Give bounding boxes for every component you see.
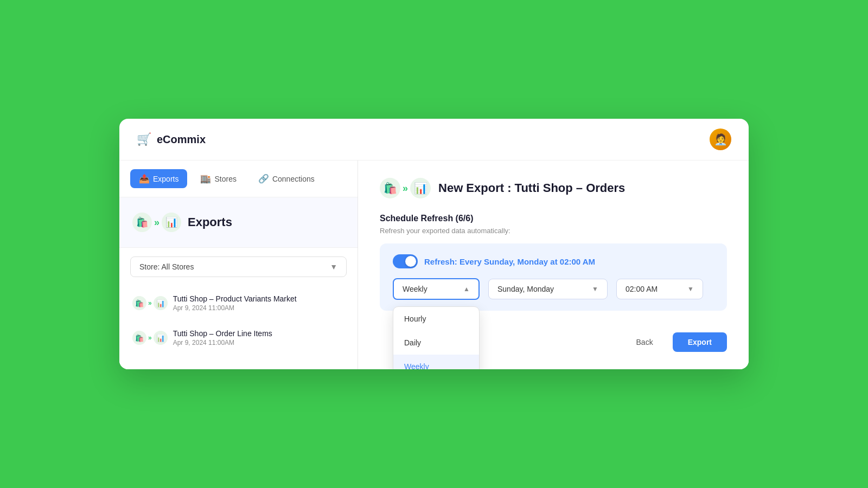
- item-icons: 🛍️ » 📊: [132, 296, 168, 310]
- dropdown-option-daily[interactable]: Daily: [393, 331, 479, 355]
- export-button[interactable]: Export: [673, 332, 727, 352]
- content-title-icons: 🛍️ » 📊: [380, 178, 431, 198]
- app-name: eCommix: [157, 133, 206, 146]
- item-icons: 🛍️ » 📊: [132, 331, 168, 345]
- back-button[interactable]: Back: [623, 332, 666, 352]
- item-arrow-icon: »: [148, 334, 152, 342]
- time-chevron-icon: ▼: [687, 285, 694, 293]
- dropdowns-row: Weekly ▲ Sunday, Monday ▼ 02:00 AM ▼ Hou…: [393, 278, 714, 300]
- item-name: Tutti Shop – Order Line Items: [173, 329, 325, 338]
- stores-tab-label: Stores: [214, 175, 236, 183]
- refresh-toggle[interactable]: [393, 254, 418, 268]
- content-arrow-icon: »: [403, 183, 408, 194]
- item-date: Apr 9, 2024 11:00AM: [173, 304, 344, 312]
- sidebar: 📤 Exports 🏬 Stores 🔗 Connections 🛍️ » 📊: [119, 160, 358, 369]
- dropdown-option-weekly[interactable]: Weekly: [393, 355, 479, 369]
- exports-tab-label: Exports: [153, 175, 178, 183]
- dropdown-option-hourly[interactable]: Hourly: [393, 307, 479, 331]
- list-item[interactable]: 🛍️ » 📊 Tutti Shop – Product Variants Mar…: [126, 286, 351, 320]
- banner-icons: 🛍️ » 📊: [132, 213, 181, 232]
- header: 🛒 eCommix 🧑‍💼: [119, 119, 749, 160]
- days-chevron-icon: ▼: [592, 285, 598, 293]
- page-title: New Export : Tutti Shop – Orders: [438, 181, 625, 195]
- content-area: 🛍️ » 📊 New Export : Tutti Shop – Orders …: [358, 160, 749, 369]
- days-value: Sunday, Monday: [497, 285, 554, 293]
- connections-tab-label: Connections: [272, 175, 315, 183]
- banner-shopify-icon: 🛍️: [132, 213, 152, 232]
- tab-connections[interactable]: 🔗 Connections: [250, 169, 323, 188]
- avatar[interactable]: 🧑‍💼: [710, 129, 731, 150]
- exports-banner-title: Exports: [188, 215, 232, 229]
- content-shopify-icon: 🛍️: [380, 178, 400, 198]
- banner-sheets-icon: 📊: [162, 213, 181, 232]
- stores-tab-icon: 🏬: [200, 174, 211, 184]
- time-value: 02:00 AM: [626, 285, 658, 293]
- item-shopify-icon: 🛍️: [132, 331, 146, 345]
- export-list: 🛍️ » 📊 Tutti Shop – Product Variants Mar…: [119, 286, 358, 355]
- days-dropdown[interactable]: Sunday, Monday ▼: [488, 279, 608, 299]
- item-sheets-icon: 📊: [154, 296, 168, 310]
- content-sheets-icon: 📊: [410, 178, 431, 198]
- exports-banner: 🛍️ » 📊 Exports: [119, 197, 358, 248]
- exports-tab-icon: 📤: [139, 174, 150, 184]
- connections-tab-icon: 🔗: [258, 174, 269, 184]
- item-shopify-icon: 🛍️: [132, 296, 146, 310]
- section-label: Schedule Refresh (6/6): [380, 214, 727, 223]
- frequency-dropdown[interactable]: Weekly ▲: [393, 278, 480, 300]
- toggle-knob: [405, 256, 416, 267]
- toggle-row: Refresh: Every Sunday, Monday at 02:00 A…: [393, 254, 714, 268]
- item-sheets-icon: 📊: [154, 331, 168, 345]
- section-sublabel: Refresh your exported data automatically…: [380, 227, 727, 235]
- refresh-text: Refresh: Every Sunday, Monday at 02:00 A…: [424, 257, 595, 266]
- frequency-value: Weekly: [403, 285, 427, 293]
- banner-arrow-icon: »: [154, 217, 159, 228]
- item-info: Tutti Shop – Order Line Items Apr 9, 202…: [173, 329, 344, 346]
- frequency-chevron-icon: ▲: [463, 285, 470, 293]
- store-filter-chevron-icon: ▼: [330, 262, 337, 271]
- logo-icon: 🛒: [137, 132, 151, 146]
- time-dropdown[interactable]: 02:00 AM ▼: [616, 279, 703, 299]
- store-filter-label: Store: All Stores: [139, 262, 194, 271]
- tab-exports[interactable]: 📤 Exports: [130, 169, 187, 188]
- refresh-card: Refresh: Every Sunday, Monday at 02:00 A…: [380, 243, 727, 311]
- list-item[interactable]: 🛍️ » 📊 Tutti Shop – Order Line Items Apr…: [126, 320, 351, 355]
- nav-tabs: 📤 Exports 🏬 Stores 🔗 Connections: [119, 160, 358, 197]
- item-info: Tutti Shop – Product Variants Market Apr…: [173, 294, 344, 312]
- logo: 🛒 eCommix: [137, 132, 206, 146]
- item-date: Apr 9, 2024 11:00AM: [173, 339, 344, 346]
- main-layout: 📤 Exports 🏬 Stores 🔗 Connections 🛍️ » 📊: [119, 160, 749, 369]
- tab-stores[interactable]: 🏬 Stores: [192, 169, 245, 188]
- item-arrow-icon: »: [148, 299, 152, 307]
- frequency-dropdown-menu: Hourly Daily Weekly: [393, 306, 480, 369]
- app-window: 🛒 eCommix 🧑‍💼 📤 Exports 🏬 Stores 🔗 Conne…: [119, 119, 749, 369]
- content-title-row: 🛍️ » 📊 New Export : Tutti Shop – Orders: [380, 178, 727, 198]
- store-filter-dropdown[interactable]: Store: All Stores ▼: [130, 256, 347, 277]
- item-name: Tutti Shop – Product Variants Market: [173, 294, 325, 303]
